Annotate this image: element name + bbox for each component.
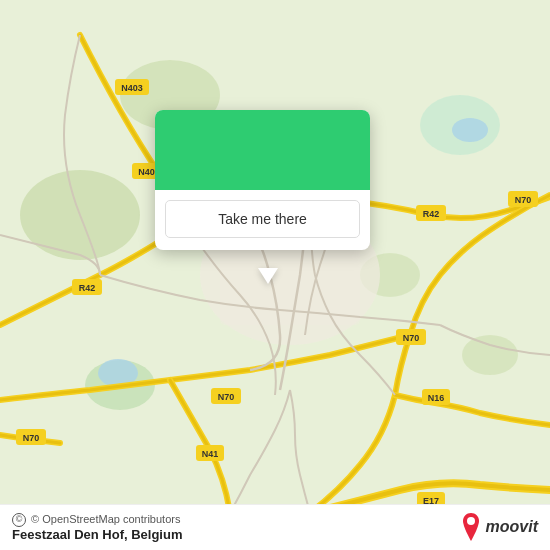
svg-text:R42: R42 [79, 283, 96, 293]
svg-text:N403: N403 [121, 83, 143, 93]
map-attribution: © © OpenStreetMap contributors [12, 513, 182, 527]
copyright-icon: © [12, 513, 26, 527]
take-me-there-button[interactable]: Take me there [165, 200, 360, 238]
attribution-text: © OpenStreetMap contributors [31, 513, 180, 525]
moovit-logo: moovit [460, 513, 538, 541]
svg-text:N70: N70 [218, 392, 235, 402]
svg-text:N70: N70 [515, 195, 532, 205]
bottom-left-info: © © OpenStreetMap contributors Feestzaal… [12, 513, 182, 542]
moovit-pin-icon [460, 513, 482, 541]
location-name: Feestzaal Den Hof, Belgium [12, 527, 182, 542]
moovit-brand-text: moovit [486, 518, 538, 536]
svg-text:N70: N70 [23, 433, 40, 443]
bottom-bar: © © OpenStreetMap contributors Feestzaal… [0, 504, 550, 550]
svg-point-6 [462, 335, 518, 375]
svg-point-33 [467, 517, 475, 525]
svg-text:N16: N16 [428, 393, 445, 403]
map-pin [258, 268, 278, 284]
popup-green-area [155, 110, 370, 190]
map-container: N403 N403 R42 R42 N70 N70 N70 N70 N41 N1… [0, 0, 550, 550]
popup-card: Take me there [155, 110, 370, 250]
svg-point-7 [452, 118, 488, 142]
svg-text:R42: R42 [423, 209, 440, 219]
svg-text:N41: N41 [202, 449, 219, 459]
svg-text:N70: N70 [403, 333, 420, 343]
